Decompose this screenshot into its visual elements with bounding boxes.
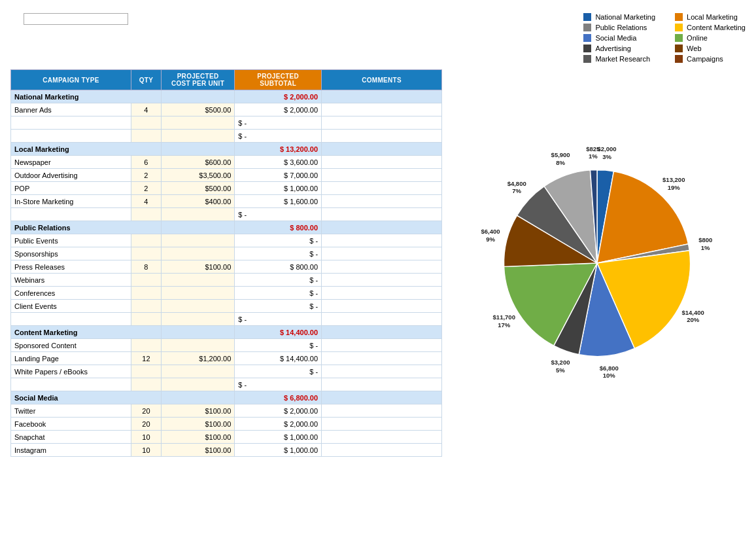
pie-label: 7% (512, 187, 521, 194)
pie-label: 17% (498, 321, 511, 329)
pie-label: $13,200 (662, 176, 685, 183)
row-cost: $400.00 (161, 195, 234, 208)
row-name: Facebook (11, 418, 131, 431)
row-comments (322, 195, 442, 208)
row-qty (131, 234, 161, 247)
row-qty (131, 274, 161, 287)
empty-name (11, 313, 131, 326)
pie-chart-svg: $2,0003%$13,20019%$8001%$14,40020%$6,800… (473, 139, 721, 387)
row-subtotal: $ 1,000.00 (235, 431, 322, 444)
row-cost: $1,200.00 (161, 352, 234, 365)
category-row: Local Marketing $ 13,200.00 (11, 143, 442, 156)
table-row: Landing Page 12 $1,200.00 $ 14,400.00 (11, 352, 442, 365)
legend-swatch (675, 55, 683, 63)
row-cost: $3,500.00 (161, 169, 234, 182)
row-name: Webinars (11, 274, 131, 287)
empty-name (11, 378, 131, 391)
row-cost: $500.00 (161, 103, 234, 116)
legend-label: Content Marketing (687, 24, 746, 31)
table-row: Banner Ads 4 $500.00 $ 2,000.00 (11, 103, 442, 116)
category-comments (322, 391, 442, 404)
legend-swatch (675, 45, 683, 52)
category-comments (322, 326, 442, 339)
table-row: Sponsorships $ - (11, 247, 442, 260)
category-subtotal: $ 6,800.00 (235, 391, 322, 404)
empty-qty (131, 378, 161, 391)
pie-label: 10% (603, 372, 616, 379)
empty-qty (131, 116, 161, 130)
row-qty: 20 (131, 404, 161, 418)
table-row: Public Events $ - (11, 234, 442, 247)
pie-label: 8% (556, 159, 565, 166)
empty-cost (161, 313, 234, 326)
pie-label: $11,700 (493, 313, 515, 321)
empty-subtotal: $ - (235, 130, 322, 143)
category-name: Content Marketing (11, 326, 162, 339)
empty-subtotal: $ - (235, 208, 322, 221)
row-name: Client Events (11, 300, 131, 313)
legend-label: Campaigns (687, 55, 723, 63)
page: National MarketingPublic RelationsSocial… (0, 0, 756, 465)
row-cost (161, 339, 234, 352)
empty-qty (131, 208, 161, 221)
row-qty: 2 (131, 182, 161, 195)
row-comments (322, 247, 442, 260)
table-row: White Papers / eBooks $ - (11, 365, 442, 378)
row-qty: 6 (131, 156, 161, 169)
row-cost: $100.00 (161, 431, 234, 444)
row-name: Public Events (11, 234, 131, 247)
row-comments (322, 169, 442, 182)
pie-label: $5,900 (551, 151, 570, 158)
empty-name (11, 208, 131, 221)
table-row: Sponsored Content $ - (11, 339, 442, 352)
legend-item: Local Marketing (675, 13, 746, 21)
row-subtotal: $ 2,000.00 (235, 418, 322, 431)
empty-cost (161, 378, 234, 391)
legend-item: Market Research (583, 55, 655, 63)
pie-label: $800 (698, 236, 712, 243)
row-name: Outdoor Advertising (11, 169, 131, 182)
empty-cost (161, 116, 234, 130)
empty-comments (322, 313, 442, 326)
category-name: National Marketing (11, 90, 162, 103)
row-comments (322, 156, 442, 169)
legend-item: Public Relations (583, 24, 655, 31)
row-cost: $600.00 (161, 156, 234, 169)
legend-label: Web (687, 45, 701, 52)
row-subtotal: $ - (235, 339, 322, 352)
row-comments (322, 182, 442, 195)
table-row: POP 2 $500.00 $ 1,000.00 (11, 182, 442, 195)
row-name: POP (11, 182, 131, 195)
category-comments (322, 221, 442, 234)
empty-subtotal: $ - (235, 378, 322, 391)
table-row: Twitter 20 $100.00 $ 2,000.00 (11, 404, 442, 418)
row-name: Newspaper (11, 156, 131, 169)
legend-swatch (583, 34, 591, 42)
table-row: Webinars $ - (11, 274, 442, 287)
row-cost (161, 365, 234, 378)
legend-swatch (583, 45, 591, 52)
row-name: Snapchat (11, 431, 131, 444)
table-row: Conferences $ - (11, 287, 442, 300)
row-qty: 10 (131, 431, 161, 444)
empty-name (11, 130, 131, 143)
row-cost (161, 300, 234, 313)
row-qty: 4 (131, 103, 161, 116)
pie-label: 20% (687, 316, 700, 323)
empty-comments (322, 130, 442, 143)
pie-label: 9% (486, 236, 495, 243)
table-row: Instagram 10 $100.00 $ 1,000.00 (11, 444, 442, 457)
row-subtotal: $ 1,000.00 (235, 182, 322, 195)
row-subtotal: $ - (235, 247, 322, 260)
row-name: Instagram (11, 444, 131, 457)
empty-subtotal: $ - (235, 116, 322, 130)
pie-label: $825 (586, 145, 600, 152)
table-row: Newspaper 6 $600.00 $ 3,600.00 (11, 156, 442, 169)
legend-label: Online (687, 34, 708, 42)
row-subtotal: $ - (235, 274, 322, 287)
row-comments (322, 339, 442, 352)
row-cost (161, 234, 234, 247)
legend-col-1: National MarketingPublic RelationsSocial… (583, 13, 655, 63)
pie-label: 19% (668, 184, 681, 191)
table-row: $ - (11, 378, 442, 391)
